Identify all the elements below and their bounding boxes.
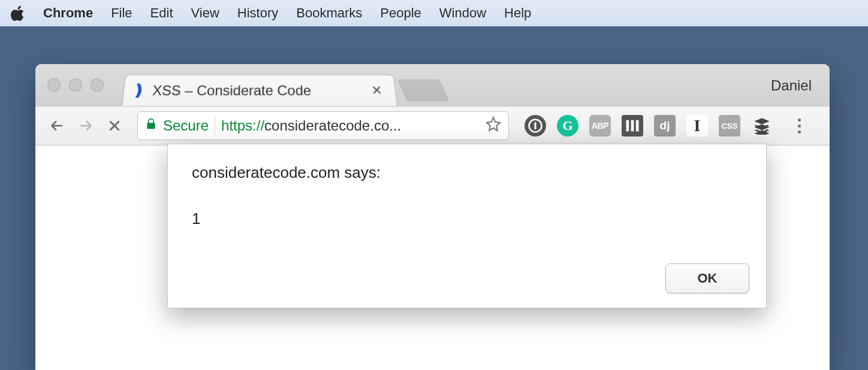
extension-django-icon[interactable]: dj xyxy=(654,115,676,137)
menubar-app-name[interactable]: Chrome xyxy=(43,5,93,21)
profile-name[interactable]: Daniel xyxy=(771,77,812,94)
dialog-ok-button[interactable]: OK xyxy=(665,263,749,293)
javascript-alert-dialog: consideratecode.com says: 1 OK xyxy=(167,144,767,308)
chrome-menu-button[interactable] xyxy=(788,119,810,134)
menubar-item-file[interactable]: File xyxy=(111,5,132,21)
extension-1password-icon[interactable] xyxy=(525,115,546,137)
menubar-item-window[interactable]: Window xyxy=(439,5,486,21)
extension-adblockplus-icon[interactable]: ABP xyxy=(589,115,611,137)
menubar-item-help[interactable]: Help xyxy=(504,5,531,21)
close-window-button[interactable] xyxy=(47,78,61,92)
tab-strip: ❫ XSS – Considerate Code ✕ Daniel xyxy=(35,64,830,106)
dialog-message: 1 xyxy=(192,210,742,228)
svg-rect-2 xyxy=(631,120,634,132)
address-bar[interactable]: Secure https://consideratecode.co... xyxy=(137,111,509,140)
forward-button[interactable] xyxy=(73,113,99,139)
macos-menubar: Chrome File Edit View History Bookmarks … xyxy=(0,0,868,26)
extensions-row: G ABP dj I CSS xyxy=(525,115,810,137)
minimize-window-button[interactable] xyxy=(69,78,82,92)
extension-grammarly-icon[interactable]: G xyxy=(557,115,578,137)
extension-library-icon[interactable] xyxy=(622,115,643,137)
menubar-item-people[interactable]: People xyxy=(380,5,421,21)
bookmark-star-icon[interactable] xyxy=(486,116,501,135)
browser-toolbar: Secure https://consideratecode.co... G A… xyxy=(35,106,830,145)
browser-window: ❫ XSS – Considerate Code ✕ Daniel Secure… xyxy=(35,64,830,370)
url-text: https://consideratecode.co... xyxy=(221,117,480,134)
new-tab-button[interactable] xyxy=(397,80,449,101)
omnibox-divider xyxy=(215,117,215,135)
zoom-window-button[interactable] xyxy=(91,78,104,92)
tab-title: XSS – Considerate Code xyxy=(152,82,363,98)
browser-tab[interactable]: ❫ XSS – Considerate Code ✕ xyxy=(122,75,397,106)
menubar-item-edit[interactable]: Edit xyxy=(150,5,173,21)
secure-label: Secure xyxy=(163,117,209,134)
favicon-icon: ❫ xyxy=(131,81,146,99)
window-controls xyxy=(47,78,104,92)
extension-instapaper-icon[interactable]: I xyxy=(686,115,708,137)
stop-button[interactable] xyxy=(101,113,128,139)
extension-css-icon[interactable]: CSS xyxy=(719,115,740,137)
dialog-title: consideratecode.com says: xyxy=(192,163,742,182)
lock-icon xyxy=(145,117,157,134)
extension-buffer-icon[interactable] xyxy=(751,115,773,137)
back-button[interactable] xyxy=(44,113,70,139)
svg-rect-3 xyxy=(636,120,639,132)
svg-rect-1 xyxy=(626,120,629,132)
menubar-item-view[interactable]: View xyxy=(191,5,219,21)
menubar-item-history[interactable]: History xyxy=(237,5,278,21)
tab-close-icon[interactable]: ✕ xyxy=(368,83,385,98)
menubar-item-bookmarks[interactable]: Bookmarks xyxy=(296,5,362,21)
apple-logo-icon[interactable] xyxy=(11,5,25,21)
